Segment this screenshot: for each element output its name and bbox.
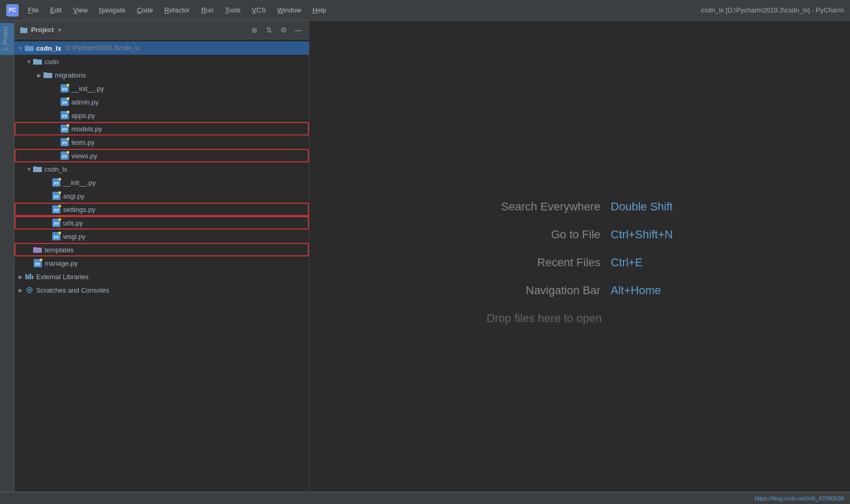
app-logo: PC [6, 4, 19, 17]
svg-rect-14 [29, 273, 31, 279]
shortcut-recent-files: Recent Files Ctrl+E [487, 256, 673, 269]
csdn-lx-pkg-label: csdn_lx [44, 165, 67, 173]
tree-item-external-libs[interactable]: ▶ External Libraries [14, 270, 309, 283]
csdn-lx-arrow: ▼ [25, 165, 33, 173]
init-csdn-icon: py [60, 84, 69, 93]
shortcut-drop-files: Drop files here to open [487, 312, 673, 325]
tree-item-wsgi[interactable]: ▶ py wsgi.py [14, 230, 309, 243]
panel-dropdown[interactable]: ▼ [57, 27, 63, 33]
tree-item-urls[interactable]: ▶ py urls.py [14, 216, 309, 230]
settings-button[interactable]: ⚙ [278, 24, 289, 36]
svg-point-17 [28, 289, 31, 291]
manage-label: manage.py [44, 259, 78, 267]
menu-window[interactable]: Window [272, 4, 306, 16]
tree-item-init-csdn[interactable]: ▶ py __init__.py [14, 82, 309, 95]
tree-item-tests[interactable]: ▶ py tests.py [14, 135, 309, 149]
shortcut-list: Search Everywhere Double Shift Go to Fil… [466, 179, 694, 346]
menu-edit[interactable]: Edit [45, 4, 67, 16]
status-url: https://blog.csdn.net/m0_47090638 [755, 495, 844, 501]
svg-rect-11 [33, 247, 37, 249]
admin-label: admin.py [71, 98, 99, 106]
menu-bar: File Edit View Navigate Code Refactor Ru… [23, 4, 697, 16]
tree-item-csdn-lx-pkg[interactable]: ▼ csdn_lx [14, 162, 309, 176]
tree-item-init-csdn-lx[interactable]: ▶ py __init__.py [14, 176, 309, 189]
svg-rect-1 [20, 27, 23, 29]
shortcut-key-search: Double Shift [611, 200, 673, 213]
file-tree: ▼ csdn_lx D:\Pycharm2019.3\csdn_lx ▼ csd… [14, 39, 309, 504]
views-icon: py [60, 151, 69, 160]
tree-item-models[interactable]: ▶ py models.py [14, 122, 309, 135]
sort-button[interactable]: ⇅ [263, 24, 275, 36]
migrations-arrow: ▶ [35, 71, 43, 79]
tree-item-asgi[interactable]: ▶ py asgi.py [14, 189, 309, 203]
wsgi-icon: py [52, 232, 61, 241]
root-path: D:\Pycharm2019.3\csdn_lx [65, 44, 139, 52]
asgi-label: asgi.py [63, 192, 84, 200]
tree-item-admin[interactable]: ▶ py admin.py [14, 95, 309, 109]
csdn-lx-folder-icon [33, 164, 42, 174]
init-csdn-lx-icon: py [52, 178, 61, 187]
sidebar-strip: 1: Project [0, 21, 14, 504]
scratches-label: Scratches and Consoles [36, 286, 109, 294]
csdn-arrow: ▼ [25, 57, 33, 66]
menu-run[interactable]: Run [196, 4, 219, 16]
migrations-folder-icon [43, 70, 53, 80]
tests-icon: py [60, 138, 69, 147]
menu-view[interactable]: View [68, 4, 93, 16]
templates-folder-icon [33, 245, 42, 254]
svg-rect-7 [43, 72, 47, 74]
panel-controls: ⊕ ⇅ ⚙ — [249, 24, 304, 36]
tree-item-settings[interactable]: ▶ py settings.py [14, 203, 309, 216]
menu-code[interactable]: Code [132, 4, 158, 16]
svg-rect-5 [33, 59, 37, 61]
urls-icon: py [52, 218, 61, 227]
svg-rect-3 [25, 45, 28, 48]
wsgi-label: wsgi.py [63, 233, 85, 240]
urls-label: urls.py [63, 219, 83, 227]
ext-libs-label: External Libraries [36, 273, 88, 281]
main-layout: 1: Project Project ▼ ⊕ ⇅ ⚙ — ▼ [0, 21, 850, 504]
menu-help[interactable]: Help [307, 4, 332, 16]
tree-item-templates[interactable]: ▶ templates [14, 243, 309, 256]
migrations-label: migrations [55, 71, 86, 79]
csdn-label: csdn [44, 58, 58, 66]
templates-label: templates [44, 246, 73, 254]
shortcut-label-recent: Recent Files [487, 256, 601, 269]
menu-file[interactable]: File [23, 4, 44, 16]
csdn-folder-icon [33, 57, 42, 66]
menu-tools[interactable]: Tools [220, 4, 246, 16]
tree-item-migrations[interactable]: ▶ migrations [14, 68, 309, 82]
menu-vcs[interactable]: VCS [247, 4, 271, 16]
root-label: csdn_lx [36, 44, 61, 52]
svg-rect-15 [32, 276, 33, 279]
tests-label: tests.py [71, 139, 95, 146]
scratches-icon [25, 285, 34, 295]
tree-item-csdn[interactable]: ▼ csdn [14, 55, 309, 68]
tree-item-apps[interactable]: ▶ py apps.py [14, 109, 309, 122]
menu-navigate[interactable]: Navigate [94, 4, 130, 16]
scratches-arrow: ▶ [17, 286, 25, 294]
sidebar-tab-project[interactable]: 1: Project [0, 23, 14, 55]
init-csdn-lx-label: __init__.py [63, 179, 96, 187]
shortcut-key-goto: Ctrl+Shift+N [611, 228, 673, 241]
window-title: csdn_lx [D:\Pycharm2019.3\csdn_lx] - PyC… [701, 6, 844, 14]
shortcut-label-nav: Navigation Bar [487, 284, 601, 297]
status-bar: https://blog.csdn.net/m0_47090638 [0, 492, 850, 504]
minimize-button[interactable]: — [292, 24, 304, 36]
settings-label: settings.py [63, 206, 95, 213]
menu-refactor[interactable]: Refactor [159, 4, 195, 16]
asgi-icon: py [52, 191, 61, 201]
models-label: models.py [71, 125, 102, 133]
shortcut-label-drop: Drop files here to open [487, 312, 602, 325]
tree-item-scratches[interactable]: ▶ Scratches and Consoles [14, 283, 309, 297]
tree-item-manage[interactable]: ▶ py manage.py [14, 256, 309, 270]
add-button[interactable]: ⊕ [249, 24, 260, 36]
tree-item-views[interactable]: ▶ py views.py [14, 149, 309, 162]
apps-label: apps.py [71, 112, 95, 119]
panel-header: Project ▼ ⊕ ⇅ ⚙ — [14, 21, 309, 39]
root-arrow: ▼ [17, 44, 25, 52]
tree-root[interactable]: ▼ csdn_lx D:\Pycharm2019.3\csdn_lx [14, 41, 309, 55]
main-content: Search Everywhere Double Shift Go to Fil… [309, 21, 850, 504]
init-csdn-label: __init__.py [71, 85, 104, 93]
models-icon: py [60, 124, 69, 133]
